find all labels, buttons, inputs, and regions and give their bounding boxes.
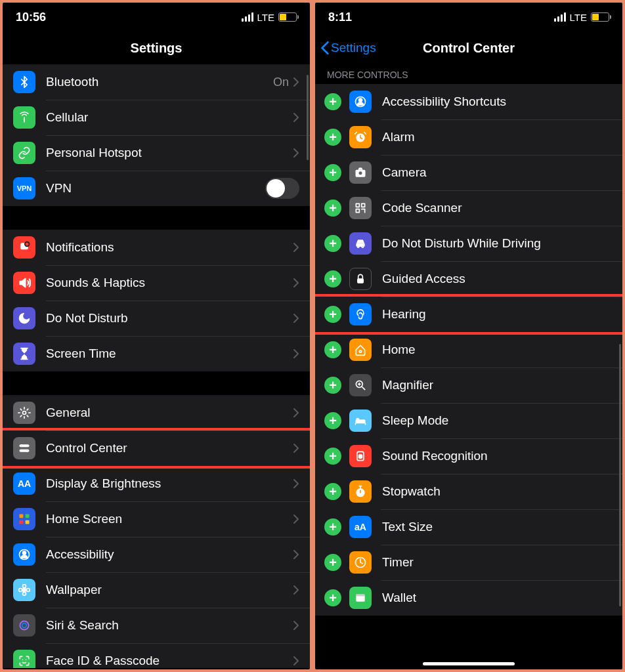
control-row-camera[interactable]: +Camera	[315, 155, 622, 190]
svg-rect-26	[362, 203, 365, 207]
settings-row-controlcenter[interactable]: Control Center	[3, 430, 310, 466]
row-label: Bluetooth	[46, 75, 273, 89]
text-aa-icon: aA	[349, 516, 372, 538]
settings-row-screentime[interactable]: Screen Time	[3, 336, 310, 371]
settings-row-notifications[interactable]: Notifications	[3, 230, 310, 265]
row-label: Do Not Disturb While Driving	[382, 236, 613, 251]
add-button[interactable]: +	[324, 448, 341, 465]
row-label: Alarm	[382, 130, 613, 144]
control-row-sleepmode[interactable]: +Sleep Mode	[315, 403, 622, 438]
grid-icon	[13, 508, 35, 530]
row-label: Sounds & Haptics	[46, 276, 293, 290]
add-button[interactable]: +	[324, 93, 341, 110]
control-row-wallet[interactable]: +Wallet	[315, 580, 622, 616]
control-row-stopwatch[interactable]: +Stopwatch	[315, 474, 622, 509]
row-label: Siri & Search	[46, 618, 293, 633]
settings-row-siri[interactable]: Siri & Search	[3, 608, 310, 643]
control-row-soundrec[interactable]: +Sound Recognition	[315, 438, 622, 474]
row-label: Guided Access	[382, 272, 613, 286]
speaker-icon	[13, 272, 35, 294]
settings-row-homescreen[interactable]: Home Screen	[3, 501, 310, 537]
gear-icon	[13, 402, 35, 424]
lock-icon	[349, 268, 372, 290]
section-header: MORE CONTROLS	[315, 64, 622, 84]
row-label: Sleep Mode	[382, 413, 613, 428]
add-button[interactable]: +	[324, 483, 341, 500]
chevron-left-icon	[320, 41, 330, 55]
add-button[interactable]: +	[324, 518, 341, 536]
control-row-dnd-driving[interactable]: +Do Not Disturb While Driving	[315, 226, 622, 261]
back-button[interactable]: Settings	[320, 41, 376, 55]
add-button[interactable]: +	[324, 306, 341, 323]
row-label: Control Center	[46, 441, 293, 455]
row-label: Accessibility	[46, 547, 293, 562]
chevron-right-icon	[293, 148, 299, 158]
settings-list[interactable]: BluetoothOnCellularPersonal HotspotVPNVP…	[3, 64, 310, 668]
settings-row-wallpaper[interactable]: Wallpaper	[3, 572, 310, 608]
settings-row-bluetooth[interactable]: BluetoothOn	[3, 64, 310, 100]
svg-point-30	[362, 246, 364, 248]
row-label: Home	[382, 343, 613, 357]
control-row-timer[interactable]: +Timer	[315, 545, 622, 580]
status-time: 10:56	[16, 10, 46, 24]
settings-row-accessibility[interactable]: Accessibility	[3, 537, 310, 572]
control-row-home[interactable]: +Home	[315, 332, 622, 368]
add-button[interactable]: +	[324, 270, 341, 287]
add-button[interactable]: +	[324, 129, 341, 146]
add-button[interactable]: +	[324, 554, 341, 571]
toggle-switch[interactable]	[265, 178, 299, 199]
wallet-icon	[349, 587, 372, 609]
battery-icon	[591, 12, 609, 22]
scrollbar-indicator	[619, 344, 621, 606]
control-row-codescanner[interactable]: +Code Scanner	[315, 190, 622, 226]
antenna-icon	[13, 106, 35, 129]
settings-row-cellular[interactable]: Cellular	[3, 100, 310, 135]
svg-point-6	[26, 450, 28, 452]
svg-point-29	[357, 246, 359, 248]
settings-row-sounds[interactable]: Sounds & Haptics	[3, 265, 310, 301]
svg-point-4	[21, 445, 22, 447]
chevron-right-icon	[293, 348, 299, 359]
control-row-guided[interactable]: +Guided Access	[315, 261, 622, 297]
add-button[interactable]: +	[324, 412, 341, 429]
settings-row-hotspot[interactable]: Personal Hotspot	[3, 135, 310, 171]
chevron-right-icon	[293, 408, 299, 418]
chevron-right-icon	[293, 242, 299, 253]
settings-row-display[interactable]: AADisplay & Brightness	[3, 466, 310, 501]
add-button[interactable]: +	[324, 589, 341, 606]
row-label: VPN	[46, 181, 265, 196]
control-row-alarm[interactable]: +Alarm	[315, 119, 622, 155]
control-row-magnifier[interactable]: +Magnifier	[315, 368, 622, 403]
row-label: Text Size	[382, 520, 613, 534]
bell-icon	[13, 236, 35, 259]
bed-icon	[349, 410, 372, 432]
battery-icon	[278, 12, 297, 22]
add-button[interactable]: +	[324, 235, 341, 252]
settings-row-vpn[interactable]: VPNVPN	[3, 171, 310, 206]
settings-row-dnd[interactable]: Do Not Disturb	[3, 301, 310, 336]
chevron-right-icon	[293, 656, 299, 666]
row-label: Notifications	[46, 240, 293, 255]
back-label: Settings	[331, 41, 376, 55]
network-label: LTE	[257, 12, 274, 23]
svg-point-16	[19, 589, 22, 592]
row-label: Do Not Disturb	[46, 311, 293, 326]
row-label: Wallet	[382, 591, 613, 605]
chevron-right-icon	[293, 443, 299, 453]
nav-bar: Settings	[3, 32, 310, 64]
add-button[interactable]: +	[324, 200, 341, 217]
settings-row-general[interactable]: General	[3, 395, 310, 430]
add-button[interactable]: +	[324, 341, 341, 358]
svg-rect-31	[357, 278, 364, 284]
toggles-icon	[13, 437, 35, 459]
add-button[interactable]: +	[324, 377, 341, 394]
home-indicator[interactable]	[423, 662, 515, 665]
control-row-a11y-shortcuts[interactable]: +Accessibility Shortcuts	[315, 84, 622, 119]
settings-row-faceid[interactable]: Face ID & Passcode	[3, 643, 310, 668]
more-controls-list[interactable]: +Accessibility Shortcuts+Alarm+Camera+Co…	[315, 84, 622, 616]
add-button[interactable]: +	[324, 164, 341, 181]
control-row-hearing[interactable]: +Hearing	[315, 297, 622, 332]
svg-point-19	[22, 623, 27, 628]
control-row-textsize[interactable]: +aAText Size	[315, 509, 622, 545]
svg-rect-10	[26, 520, 30, 524]
